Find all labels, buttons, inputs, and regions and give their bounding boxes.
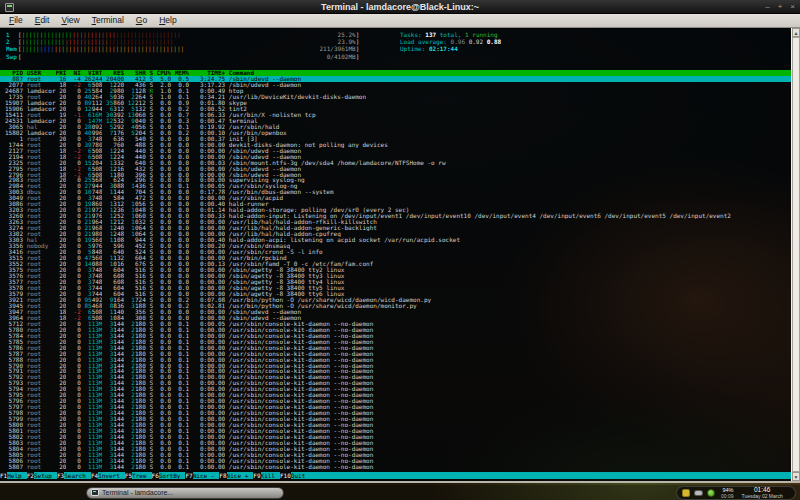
meter-label: Mem <box>6 45 18 52</box>
column-header-virt: VIRT <box>84 70 102 76</box>
process-table: 887root16-42624420400412S5.00.53:24.75/s… <box>0 76 791 470</box>
fkey-f1[interactable]: F1Help <box>0 472 27 479</box>
menu-help[interactable]: Help <box>153 14 182 27</box>
column-header-pid: PID <box>5 70 23 76</box>
fkey-f6[interactable]: F6SortBy <box>152 472 186 479</box>
taskbar: Terminal - lamdacore... 94% 00:09 01:46 … <box>0 485 800 500</box>
fkey-f8[interactable]: F8Nice + <box>219 472 253 479</box>
meter-bar: 0/4102MB <box>22 53 356 60</box>
scroll-down-arrow-icon[interactable]: ▼ <box>792 472 800 481</box>
process-row[interactable]: 5807root200113M31442180S0.00.10:00.00/us… <box>0 464 791 470</box>
column-header-ni: NI <box>70 70 81 76</box>
meter-label: 1 <box>6 31 18 38</box>
minimize-button[interactable]: – <box>765 0 769 14</box>
meter-swp: Swp[0/4102MB] <box>6 53 366 60</box>
load-average-line: Load average: 0.96 0.92 0.88 <box>400 38 780 45</box>
clock[interactable]: 01:46 Tuesday 02 March <box>742 487 783 499</box>
mouse-tray-icon[interactable] <box>694 490 703 496</box>
meter-value: 0/4102MB <box>327 53 356 60</box>
taskbar-window-button[interactable]: Terminal - lamdacore... <box>86 487 284 499</box>
column-header-user: USER <box>27 70 56 76</box>
column-header-pri: PRI <box>56 70 67 76</box>
fkey-f3[interactable]: F3Search <box>57 472 91 479</box>
process-table-header[interactable]: PIDUSERPRINIVIRTRESSHRSCPU%MEM%TIME+Comm… <box>0 70 791 76</box>
scroll-up-arrow-icon[interactable]: ▲ <box>792 28 800 37</box>
terminal-window: Terminal - lamdacore@Black-Linux:~ –+× F… <box>0 0 800 483</box>
column-header-cpu: CPU% <box>157 70 171 76</box>
column-header-mem: MEM% <box>175 70 189 76</box>
meter-2: 2[||||||||||||||||||||||||||||||||||||||… <box>6 38 366 45</box>
meter-bar: ||||||||||||||||||||||||||||||||||||||||… <box>22 45 356 52</box>
scrollbar[interactable]: ▲ ▼ <box>791 28 800 481</box>
menu-bar: FileEditViewTerminalGoHelp <box>0 14 800 28</box>
terminal-viewport[interactable]: 1[||||||||||||||||||||||||||||||||||||||… <box>0 28 791 481</box>
meter-value: 25.2% <box>338 31 356 38</box>
system-tray: 94% 00:09 01:46 Tuesday 02 March <box>676 486 796 500</box>
column-header-time: TIME+ <box>193 70 226 76</box>
title-bar[interactable]: Terminal - lamdacore@Black-Linux:~ –+× <box>0 0 800 14</box>
terminal-icon <box>91 489 99 496</box>
htop-meters: 1[||||||||||||||||||||||||||||||||||||||… <box>6 31 366 60</box>
meter-label: Swp <box>6 53 18 60</box>
meter-bar: ||||||||||||||||||||||||||||||||||||||||… <box>22 31 356 38</box>
fkey-f10[interactable]: F10Quit <box>280 472 310 479</box>
fkey-f9[interactable]: F9Kill <box>253 472 280 479</box>
maximize-button[interactable]: + <box>778 0 783 14</box>
battery-indicator: 94% 00:09 <box>721 487 734 499</box>
fkey-f4[interactable]: F4Invert <box>91 472 125 479</box>
fkey-f5[interactable]: F5Tree <box>125 472 152 479</box>
meter-1: 1[||||||||||||||||||||||||||||||||||||||… <box>6 31 366 38</box>
meter-mem: Mem[||||||||||||||||||||||||||||||||||||… <box>6 45 366 52</box>
clock-date: Tuesday 02 March <box>742 493 783 499</box>
menu-edit[interactable]: Edit <box>29 14 56 27</box>
window-title: Terminal - lamdacore@Black-Linux:~ <box>0 0 800 14</box>
close-button[interactable]: × <box>790 0 795 14</box>
htop-summary: Tasks: 137 total, 1 runningLoad average:… <box>400 31 780 53</box>
meter-label: 2 <box>6 38 18 45</box>
meter-value: 211/3961MB <box>320 45 356 52</box>
column-header-shr: SHR <box>128 70 146 76</box>
tasks-line: Tasks: 137 total, 1 running <box>400 31 780 38</box>
column-header-res: RES <box>106 70 124 76</box>
power-tray-icon[interactable] <box>707 489 715 497</box>
battery-time: 00:09 <box>721 493 734 499</box>
taskbar-window-label: Terminal - lamdacore... <box>102 487 173 498</box>
column-header-command: Command <box>229 70 791 76</box>
window-controls: –+× <box>765 0 795 14</box>
fkey-f2[interactable]: F2Setup <box>27 472 57 479</box>
desktop-wallpaper: Terminal - lamdacore@Black-Linux:~ –+× F… <box>0 0 800 500</box>
menu-view[interactable]: View <box>55 14 85 27</box>
meter-value: 23.9% <box>338 38 356 45</box>
menu-terminal[interactable]: Terminal <box>86 14 130 27</box>
network-tray-icon[interactable] <box>682 489 690 497</box>
scrollbar-thumb[interactable] <box>792 37 800 472</box>
meter-bar: ||||||||||||||||||||||||||||||||||||||||… <box>22 38 356 45</box>
fkey-f7[interactable]: F7Nice - <box>185 472 219 479</box>
uptime-line: Uptime: 02:17:44 <box>400 45 780 52</box>
function-key-bar: F1HelpF2SetupF3SearchF4InvertF5TreeF6Sor… <box>0 472 791 479</box>
column-header-s: S <box>149 70 153 76</box>
menu-go[interactable]: Go <box>130 14 153 27</box>
menu-file[interactable]: File <box>3 14 29 27</box>
